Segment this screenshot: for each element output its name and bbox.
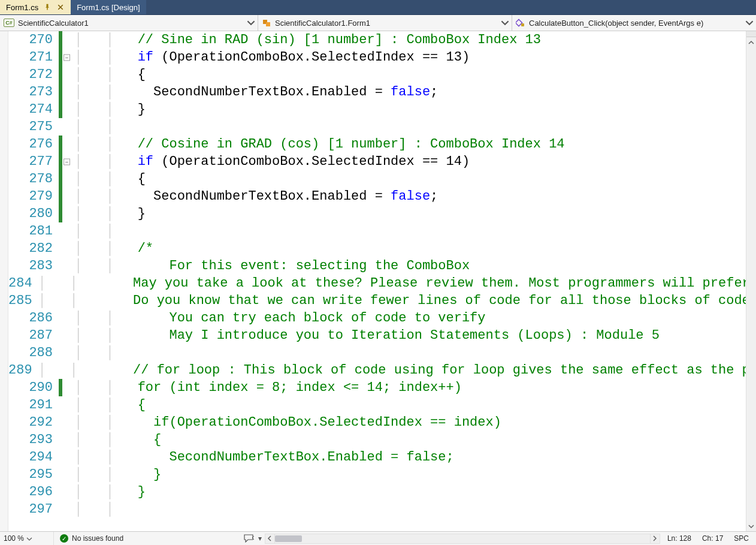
issues-indicator[interactable]: ✓ No issues found bbox=[54, 534, 129, 543]
hscroll-thumb[interactable] bbox=[275, 535, 302, 542]
code-line[interactable]: 290│ │ for (int index = 8; index <= 14; … bbox=[8, 379, 756, 396]
code-line[interactable]: 271−│ │ if (OperationComboBox.SelectedIn… bbox=[8, 49, 756, 66]
code-text[interactable]: │ │ SecondNumberTextBox.Enabled = false; bbox=[74, 450, 756, 465]
split-handle[interactable] bbox=[746, 31, 756, 37]
feedback-icon[interactable]: ▾ bbox=[241, 534, 265, 543]
tab-form1-cs[interactable]: Form1.cs bbox=[0, 0, 71, 14]
scroll-right-icon[interactable] bbox=[650, 534, 660, 544]
change-stripe bbox=[59, 327, 62, 344]
pin-icon[interactable] bbox=[43, 3, 52, 11]
horizontal-scrollbar[interactable] bbox=[265, 532, 660, 545]
code-text[interactable]: │ │ { bbox=[74, 67, 756, 82]
code-line[interactable]: 297│ │ bbox=[8, 501, 756, 518]
code-text[interactable]: │ │ SecondNumberTextBox.Enabled = false; bbox=[74, 189, 756, 204]
code-text[interactable]: │ │ bbox=[74, 345, 756, 360]
code-text[interactable]: │ │ { bbox=[74, 171, 756, 186]
code-text[interactable]: │ │ SecondNumberTextBox.Enabled = false; bbox=[74, 85, 756, 100]
code-line[interactable]: 286│ │ You can try each block of code to… bbox=[8, 309, 756, 327]
code-text[interactable]: │ │ bbox=[74, 119, 756, 134]
close-icon[interactable] bbox=[56, 3, 65, 11]
code-line[interactable]: 288│ │ bbox=[8, 344, 756, 362]
code-area[interactable]: 270│ │ // Sine in RAD (sin) [1 number] :… bbox=[8, 31, 756, 531]
navigation-bar: C# ScientificCalculator1 ScientificCalcu… bbox=[0, 15, 756, 31]
scroll-left-icon[interactable] bbox=[265, 534, 275, 544]
check-ok-icon: ✓ bbox=[60, 534, 68, 543]
code-line[interactable]: 287│ │ May I introduce you to Iteration … bbox=[8, 327, 756, 344]
code-text[interactable]: │ │ } bbox=[74, 102, 756, 117]
class-scope-dropdown[interactable]: ScientificCalculator1.Form1 bbox=[258, 15, 512, 31]
collapse-toggle-icon[interactable]: − bbox=[63, 158, 70, 165]
issues-label: No issues found bbox=[72, 534, 123, 543]
zoom-dropdown[interactable]: 100 % bbox=[0, 532, 54, 545]
code-text[interactable]: │ │ for (int index = 8; index <= 14; ind… bbox=[74, 380, 756, 395]
code-line[interactable]: 291│ │ { bbox=[8, 396, 756, 414]
scroll-down-icon[interactable] bbox=[746, 521, 756, 531]
code-text[interactable]: │ │ bbox=[74, 224, 756, 239]
code-text[interactable]: │ │ if(OperationComboBox.SelectedIndex =… bbox=[74, 415, 756, 430]
chevron-down-icon bbox=[745, 19, 754, 27]
code-text[interactable]: │ │ { bbox=[74, 432, 756, 447]
tab-label: Form1.cs bbox=[6, 3, 38, 12]
code-text[interactable]: │ │ { bbox=[74, 398, 756, 412]
code-text[interactable]: │ │ You can try each block of code to ve… bbox=[74, 311, 756, 326]
code-text[interactable]: │ │ } bbox=[74, 467, 756, 482]
code-text[interactable]: │ │ if (OperationComboBox.SelectedIndex … bbox=[74, 154, 756, 169]
code-line[interactable]: 289│ │ // for loop : This block of code … bbox=[8, 362, 756, 379]
code-line[interactable]: 276│ │ // Cosine in GRAD (cos) [1 number… bbox=[8, 136, 756, 153]
code-line[interactable]: 295│ │ } bbox=[8, 466, 756, 483]
line-number: 273 bbox=[8, 85, 59, 100]
code-text[interactable]: │ │ if (OperationComboBox.SelectedIndex … bbox=[74, 50, 756, 65]
code-line[interactable]: 285│ │ Do you know that we can write few… bbox=[8, 292, 756, 309]
code-text[interactable]: │ │ Do you know that we can write fewer … bbox=[38, 293, 756, 308]
code-line[interactable]: 294│ │ SecondNumberTextBox.Enabled = fal… bbox=[8, 448, 756, 466]
code-line[interactable]: 273│ │ SecondNumberTextBox.Enabled = fal… bbox=[8, 83, 756, 101]
code-line[interactable]: 274│ │ } bbox=[8, 101, 756, 118]
line-number: 284 bbox=[8, 276, 38, 291]
code-text[interactable]: │ │ } bbox=[74, 206, 756, 221]
code-text[interactable]: │ │ // Cosine in GRAD (cos) [1 number] :… bbox=[74, 137, 756, 152]
code-text[interactable]: │ │ } bbox=[74, 484, 756, 499]
code-line[interactable]: 283│ │ For this event: selecting the Com… bbox=[8, 257, 756, 275]
code-text[interactable]: │ │ // for loop : This block of code usi… bbox=[38, 363, 756, 378]
code-text[interactable]: │ │ May I introduce you to Iteration Sta… bbox=[74, 328, 756, 343]
line-number: 290 bbox=[8, 380, 59, 395]
collapse-toggle-icon[interactable]: − bbox=[63, 54, 70, 61]
line-number: 272 bbox=[8, 67, 59, 82]
project-scope-dropdown[interactable]: C# ScientificCalculator1 bbox=[0, 15, 258, 31]
change-stripe bbox=[59, 205, 62, 222]
code-line[interactable]: 284│ │ May you take a look at these? Ple… bbox=[8, 275, 756, 292]
code-text[interactable]: │ │ May you take a look at these? Please… bbox=[38, 276, 756, 291]
code-line[interactable]: 282│ │ /* bbox=[8, 240, 756, 257]
change-stripe bbox=[59, 101, 62, 118]
code-line[interactable]: 272│ │ { bbox=[8, 66, 756, 83]
line-number: 293 bbox=[8, 432, 59, 447]
line-number: 278 bbox=[8, 171, 59, 186]
code-line[interactable]: 275│ │ bbox=[8, 118, 756, 136]
code-line[interactable]: 293│ │ { bbox=[8, 431, 756, 448]
code-editor[interactable]: 270│ │ // Sine in RAD (sin) [1 number] :… bbox=[0, 31, 756, 531]
line-number: 281 bbox=[8, 224, 59, 239]
code-text[interactable]: │ │ For this event: selecting the ComboB… bbox=[74, 258, 756, 273]
vertical-scrollbar[interactable] bbox=[746, 31, 756, 531]
line-number: 280 bbox=[8, 206, 59, 221]
code-text[interactable]: │ │ // Sine in RAD (sin) [1 number] : Co… bbox=[74, 32, 756, 47]
line-number: 283 bbox=[8, 258, 59, 273]
code-line[interactable]: 270│ │ // Sine in RAD (sin) [1 number] :… bbox=[8, 31, 756, 49]
tab-form1-design[interactable]: Form1.cs [Design] bbox=[71, 0, 146, 14]
code-text[interactable]: │ │ /* bbox=[74, 241, 756, 256]
change-stripe bbox=[59, 448, 62, 466]
code-line[interactable]: 278│ │ { bbox=[8, 170, 756, 188]
member-scope-dropdown[interactable]: CalculateButton_Click(object sender, Eve… bbox=[512, 15, 756, 31]
code-line[interactable]: 281│ │ bbox=[8, 222, 756, 240]
code-line[interactable]: 279│ │ SecondNumberTextBox.Enabled = fal… bbox=[8, 188, 756, 205]
code-line[interactable]: 277−│ │ if (OperationComboBox.SelectedIn… bbox=[8, 153, 756, 170]
change-stripe bbox=[59, 153, 62, 170]
code-line[interactable]: 280│ │ } bbox=[8, 205, 756, 222]
code-text[interactable]: │ │ bbox=[74, 502, 756, 517]
change-stripe bbox=[59, 396, 62, 414]
code-line[interactable]: 292│ │ if(OperationComboBox.SelectedInde… bbox=[8, 414, 756, 431]
document-tab-bar: Form1.cs Form1.cs [Design] bbox=[0, 0, 756, 15]
hscroll-track[interactable] bbox=[275, 534, 650, 544]
code-line[interactable]: 296│ │ } bbox=[8, 483, 756, 501]
scroll-track[interactable] bbox=[746, 41, 756, 521]
